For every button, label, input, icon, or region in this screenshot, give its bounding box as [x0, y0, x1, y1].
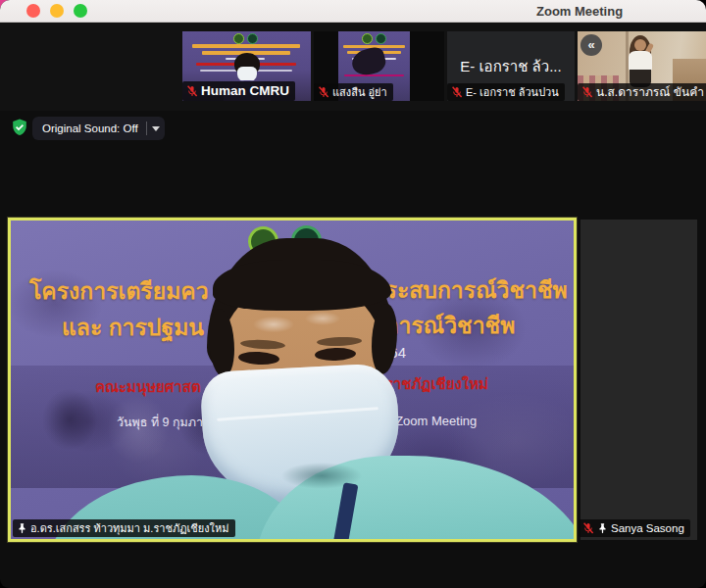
muted-mic-icon	[318, 86, 329, 98]
encryption-shield-icon[interactable]	[12, 119, 27, 136]
girl-shirt	[629, 51, 652, 71]
speaker-portrait	[11, 220, 574, 539]
minimize-window-button[interactable]	[50, 4, 64, 18]
active-speaker-name-label: อ.ดร.เสกสรร ท้าวทุมมา ม.ราชภัฏเชียงใหม่	[30, 521, 229, 535]
muted-mic-icon	[451, 86, 463, 98]
mini-slide-red-line	[344, 74, 404, 76]
original-sound-label: Original Sound: Off	[32, 122, 146, 134]
video-thumbnail-strip: Human CMRU แสงสืน อู่ย่า E- เอกราช ล้ว..…	[0, 23, 706, 111]
collapse-thumbnails-button[interactable]: «	[580, 34, 602, 56]
participant-name-label: น.ส.ดาราภรณ์ ขันคำ 61...	[596, 85, 706, 99]
slide-logo-icon	[362, 33, 373, 44]
participant-name-label: Human CMRU	[201, 83, 289, 99]
participant-name-label: แสงสืน อู่ย่า	[332, 85, 387, 99]
original-sound-button[interactable]: Original Sound: Off	[32, 117, 165, 140]
slide-logo-icon	[233, 33, 244, 44]
participant-thumbnail-saengsin[interactable]: แสงสืน อู่ย่า	[314, 31, 444, 101]
zoom-meeting-window: Zoom Meeting Human CMRU	[0, 0, 706, 588]
slide-logo-icon	[247, 33, 258, 44]
pin-icon	[17, 522, 27, 534]
participant-thumbnail-human-cmru[interactable]: Human CMRU	[182, 31, 311, 101]
participant-name-label: Sanya Sasong	[611, 521, 684, 535]
chevron-down-icon	[152, 126, 160, 131]
window-title: Zoom Meeting	[536, 4, 623, 19]
main-video-tile[interactable]: โครงการเตรียมคว ประสบการณ์วิชาชีพ และ กา…	[8, 218, 577, 542]
title-bar: Zoom Meeting	[0, 0, 706, 23]
neck-shadow	[268, 462, 376, 497]
side-video-tile-sanya[interactable]: Sanya Sasong	[580, 220, 697, 540]
muted-mic-icon	[581, 86, 593, 98]
speaker-hairline	[213, 260, 391, 311]
participant-thumbnail-ekkarat[interactable]: E- เอกราช ล้ว... E- เอกราช ล้วนปวน	[447, 31, 575, 101]
muted-mic-icon	[582, 522, 594, 534]
speaker-hair-side	[372, 304, 397, 374]
close-window-button[interactable]	[26, 4, 40, 18]
fullscreen-window-button[interactable]	[74, 4, 87, 18]
muted-mic-icon	[186, 85, 198, 97]
slide-logo-icon	[376, 33, 386, 44]
mini-slide-title-line	[192, 44, 300, 48]
girl-face	[634, 39, 646, 51]
participant-display-name: E- เอกราช ล้ว...	[447, 55, 575, 78]
original-sound-dropdown[interactable]	[147, 117, 165, 140]
pin-icon	[597, 522, 608, 534]
participant-name-label: E- เอกราช ล้วนปวน	[466, 85, 559, 99]
